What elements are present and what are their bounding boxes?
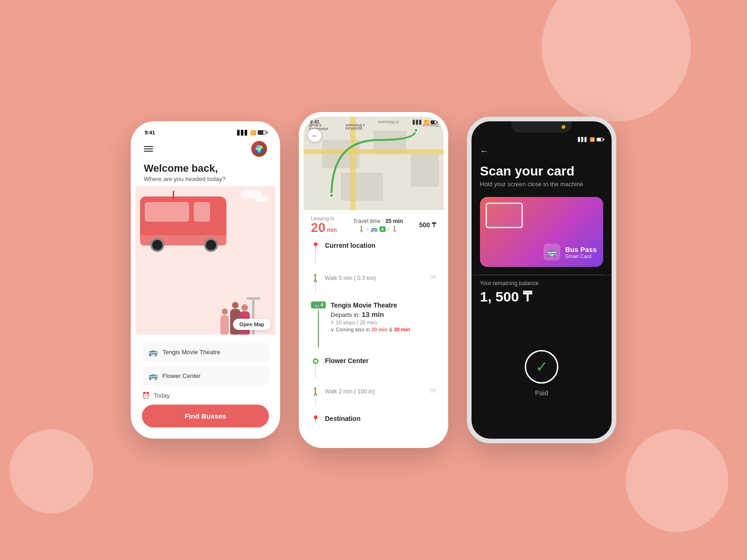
menu-button[interactable] (144, 146, 153, 152)
dest-pin-icon: 📍 (311, 415, 320, 424)
bus-body (140, 196, 226, 245)
departs-label: Departs in: 13 min (331, 310, 436, 318)
bus-wheel-right (204, 238, 218, 252)
status-bar-1: 9:41 ▋▋▋ 🛜 (135, 126, 275, 137)
paid-label: Paid (535, 389, 548, 397)
welcome-section: Welcome back, Where are you headed today… (135, 159, 275, 182)
step-content-6: Destination (325, 415, 436, 422)
step-content-2: Walk 5 min ( 0.3 km) (325, 274, 425, 281)
bus-number-chip: 🚌 4 (311, 301, 326, 308)
walk-step-icon-2: 🚶 (311, 387, 320, 396)
map-status-icons: ▋▋▋ 📶 (413, 120, 437, 125)
balance-value: 1, 500 ₸ (480, 288, 603, 305)
person-3 (220, 308, 229, 335)
phone-welcome: 9:41 ▋▋▋ 🛜 🌍 Welcome back, Where are you… (131, 121, 280, 439)
p1-header: 🌍 (135, 137, 275, 159)
travel-label: Travel time : (353, 218, 384, 224)
step-line-4 (315, 364, 316, 378)
card-white-rect (486, 203, 523, 228)
destination-item-1[interactable]: 🚌 Tengis Movie Theatre (142, 342, 269, 362)
bus-pass-card: 🚌 Bus Pass Smart Card (480, 197, 603, 267)
step-walk-1: 🚶 Walk 5 min ( 0.3 km) 🗺 (311, 269, 436, 297)
bus-wheel-left (150, 238, 164, 252)
step-icon-col-5: 🚶 (311, 387, 320, 406)
bg-circle-1 (542, 0, 691, 121)
bus-antenna (173, 191, 174, 199)
map-icon-1: 🗺 (430, 274, 436, 281)
stops-info: ∨ 10 stops ( 20 min) (331, 319, 436, 325)
chevron-coming: ∨ (331, 327, 334, 332)
step-line-green (318, 310, 319, 348)
price-display: 500 ₸ (419, 221, 436, 229)
step-flower-center: Flower Center (311, 352, 436, 383)
step-content-3: Tengis Movie Theatre Departs in: 13 min … (331, 301, 436, 333)
p3-status-icons: ▋▋▋ 📶 (578, 137, 603, 142)
travel-time-section: Travel time : 35 min 🚶 › 🚌 4 › 🚶 (353, 218, 403, 232)
card-bus-icon: 🚌 (543, 244, 560, 260)
step-content-5: Walk 2 min ( 100 m) (325, 387, 425, 395)
departs-value: 13 min (362, 310, 384, 318)
notch-black (511, 121, 572, 133)
map-area: ДРОБ 8Р.ХОРОЛОЛ ХОРОЛОД 5Р.Р.ХОРОЛ ХОРОЛ… (303, 117, 444, 210)
map-time: 9:41 (310, 119, 319, 125)
balance-section: Your remaining balance 1, 500 ₸ (472, 275, 612, 308)
open-map-button[interactable]: Open Map (233, 319, 271, 330)
step-icon-col-6: 📍 (311, 415, 320, 424)
p3-signal: ▋▋▋ (578, 137, 588, 142)
bus-stop-top (247, 297, 261, 300)
bus-icon-1: 🚌 (148, 348, 158, 357)
bus-icon-route: 🚌 (371, 226, 378, 232)
step-walk-2: 🚶 Walk 2 min ( 100 m) 🗺 (311, 383, 436, 410)
bg-circle-2 (626, 429, 728, 532)
bus-chip-icon: 4 (380, 226, 386, 232)
p3-status-bar: ▋▋▋ 📶 (472, 133, 612, 144)
bus-window-small (194, 202, 210, 222)
p3-back-button[interactable]: ← (472, 144, 612, 156)
step-icon-col-3: 🚌 4 (311, 301, 326, 348)
flower-dot (313, 358, 318, 364)
welcome-title: Welcome back, (144, 162, 267, 175)
flower-center-title: Flower Center (325, 357, 436, 364)
card-subtitle: Smart Card (565, 253, 597, 259)
battery-icon (258, 130, 266, 135)
step-title-1: Current location (325, 242, 436, 249)
chevron-2: › (388, 226, 389, 232)
scan-title-section: Scan your card Hold your screen close to… (472, 156, 612, 189)
status-time-1: 9:41 (145, 130, 155, 135)
step-line-1 (315, 251, 316, 265)
walk-icon-route2: 🚶 (391, 226, 398, 232)
end-pin (414, 128, 418, 133)
p3-wifi: 📶 (590, 137, 595, 142)
chevron-stops: ∨ (331, 319, 334, 325)
destination-title: Destination (325, 415, 436, 422)
step-destination: 📍 Destination (311, 410, 436, 428)
stops-label: 10 stops ( 20 min) (336, 320, 377, 325)
avatar[interactable]: 🌍 (251, 141, 267, 157)
map-status: 9:41 ▋▋▋ 📶 (303, 119, 444, 125)
bus-window-main (145, 202, 189, 222)
walk-icon-route: 🚶 (358, 226, 365, 232)
step-bus: 🚌 4 Tengis Movie Theatre Departs in: 13 … (311, 297, 436, 352)
walk-1-label: Walk 5 min ( 0.3 km) (325, 275, 425, 281)
phones-container: 9:41 ▋▋▋ 🛜 🌍 Welcome back, Where are you… (131, 112, 616, 448)
wifi-icon: 🛜 (250, 130, 256, 135)
coming-time-2: 30 min (394, 327, 410, 332)
welcome-subtitle: Where are you headed today? (144, 175, 267, 182)
location-pin-icon: 📍 (311, 242, 320, 251)
bus-icon-2: 🚌 (148, 371, 158, 380)
card-area: 🚌 Bus Pass Smart Card (472, 189, 612, 274)
card-info: 🚌 Bus Pass Smart Card (543, 244, 597, 260)
date-label: Today (154, 392, 170, 399)
phone-route: ДРОБ 8Р.ХОРОЛОЛ ХОРОЛОД 5Р.Р.ХОРОЛ ХОРОЛ… (299, 112, 448, 448)
find-busses-button[interactable]: Find Busses (142, 405, 269, 427)
date-row: ⏰ Today (135, 390, 275, 401)
bg-circle-3 (9, 429, 93, 513)
map-signal: ▋▋▋ (413, 120, 423, 125)
signal-icon: ▋▋▋ (237, 130, 248, 135)
back-button[interactable]: ← (308, 129, 321, 142)
leaving-value: 20 (311, 221, 325, 234)
destinations-list: 🚌 Tengis Movie Theatre 🚌 Flower Center (135, 338, 275, 390)
step-current-location: 📍 Current location (311, 237, 436, 269)
step-icon-col-2: 🚶 (311, 274, 320, 292)
destination-item-2[interactable]: 🚌 Flower Center (142, 366, 269, 386)
